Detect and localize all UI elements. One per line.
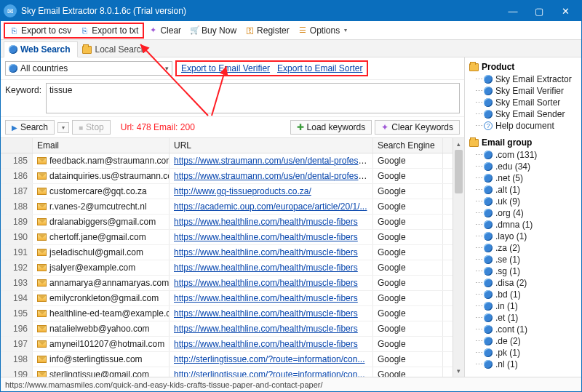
url-link[interactable]: http://sterlingtissue.com/?route=informa… <box>174 369 364 377</box>
url-link[interactable]: https://www.healthline.com/health/muscle… <box>174 278 358 288</box>
plus-icon: ✚ <box>297 122 304 132</box>
globe-icon <box>484 220 493 229</box>
scroll-up-icon[interactable]: ▴ <box>453 138 464 150</box>
url-link[interactable]: https://www.straumann.com/us/en/dental-p… <box>174 156 370 166</box>
tree-connector: ⋯ <box>475 302 481 311</box>
url-link[interactable]: https://academic.oup.com/europace/articl… <box>174 201 367 212</box>
search-dropdown[interactable]: ▾ <box>57 122 69 133</box>
product-item[interactable]: ⋯Sky Email Extractor <box>469 73 580 85</box>
group-label: .se (1) <box>495 255 520 265</box>
country-select[interactable]: All countries ▾ <box>5 61 172 76</box>
column-url[interactable]: URL <box>170 138 373 153</box>
clear-button[interactable]: ✦Clear <box>144 24 186 37</box>
url-link[interactable]: https://www.healthline.com/health/muscle… <box>174 247 358 257</box>
email-group-item[interactable]: ⋯.edu (34) <box>469 161 580 172</box>
scroll-thumb[interactable] <box>455 150 463 193</box>
options-button[interactable]: ☰Options▾ <box>294 24 351 37</box>
tab-local-search[interactable]: Local Search <box>78 42 153 57</box>
url-link[interactable]: https://www.healthline.com/health/muscle… <box>174 339 358 349</box>
product-item[interactable]: ⋯Sky Email Verifier <box>469 85 580 97</box>
email-group-item[interactable]: ⋯.se (1) <box>469 254 580 265</box>
email-group-item[interactable]: ⋯.uk (9) <box>469 196 580 207</box>
url-link[interactable]: http://sterlingtissue.com/?route=informa… <box>174 354 364 364</box>
email-group-item[interactable]: ⋯.bd (1) <box>469 289 580 300</box>
email-group-item[interactable]: ⋯.in (1) <box>469 300 580 312</box>
table-row[interactable]: 189dralanabiggers@gmail.comhttps://www.h… <box>1 215 464 230</box>
table-row[interactable]: 185feedback.nam@straumann.comhttps://www… <box>1 153 464 169</box>
table-row[interactable]: 193annamarya@annamaryas.comhttps://www.h… <box>1 276 464 291</box>
group-label: .com (131) <box>495 150 537 160</box>
email-group-item[interactable]: ⋯.et (1) <box>469 312 580 324</box>
load-keywords-button[interactable]: ✚Load keywords <box>290 120 372 135</box>
url-link[interactable]: https://www.healthline.com/health/muscle… <box>174 217 358 227</box>
stop-button[interactable]: ■Stop <box>72 120 111 135</box>
table-row[interactable]: 192jsalyer@example.comhttps://www.health… <box>1 260 464 276</box>
product-heading: Product <box>469 62 580 72</box>
row-index: 198 <box>1 352 33 367</box>
table-row[interactable]: 187customercare@gqt.co.zahttp://www.gq-t… <box>1 184 464 199</box>
register-button[interactable]: ⚿Register <box>241 24 294 37</box>
url-link[interactable]: https://www.healthline.com/health/muscle… <box>174 263 358 273</box>
export-sorter-link[interactable]: Export to Email Sorter <box>277 63 362 73</box>
keyword-input[interactable]: tissue <box>46 83 460 113</box>
column-email[interactable]: Email <box>33 138 170 153</box>
row-index: 196 <box>1 321 33 336</box>
product-label: Help document <box>495 121 554 131</box>
tree-connector: ⋯ <box>475 87 481 96</box>
close-button[interactable]: ✕ <box>552 1 578 21</box>
tree-connector: ⋯ <box>475 337 481 346</box>
email-group-item[interactable]: ⋯.org (4) <box>469 207 580 219</box>
table-row[interactable]: 199sterlingtissue@gmail.comhttp://sterli… <box>1 367 464 377</box>
table-row[interactable]: 195healthline-ed-team@example.c...https:… <box>1 306 464 321</box>
table-row[interactable]: 190chertoff.jane@gmail.comhttps://www.he… <box>1 230 464 245</box>
column-search-engine[interactable]: Search Engine <box>373 138 443 153</box>
email-group-item[interactable]: ⋯.disa (2) <box>469 277 580 289</box>
email-group-item[interactable]: ⋯.alt (1) <box>469 184 580 196</box>
email-group-item[interactable]: ⋯.pk (1) <box>469 347 580 359</box>
table-row[interactable]: 186datainquiries.us@straumann.comhttps:/… <box>1 169 464 184</box>
product-item[interactable]: ⋯?Help document <box>469 120 580 132</box>
export-verifier-link[interactable]: Export to Email Verifier <box>181 63 270 73</box>
table-row[interactable]: 197amyneil101207@hotmail.comhttps://www.… <box>1 337 464 352</box>
scrollbar[interactable]: ▴ ▾ <box>453 138 464 377</box>
email-group-item[interactable]: ⋯.dmna (1) <box>469 219 580 231</box>
product-item[interactable]: ⋯Sky Email Sorter <box>469 97 580 108</box>
email-group-item[interactable]: ⋯.layo (1) <box>469 231 580 242</box>
email-group-item[interactable]: ⋯.net (5) <box>469 172 580 184</box>
email-group-item[interactable]: ⋯.de (2) <box>469 335 580 347</box>
row-url: https://academic.oup.com/europace/articl… <box>170 199 373 214</box>
clear-keywords-button[interactable]: ✦Clear Keywords <box>375 120 460 135</box>
url-link[interactable]: https://www.straumann.com/us/en/dental-p… <box>174 171 370 181</box>
table-row[interactable]: 188r.vanes-2@umcutrecht.nlhttps://academ… <box>1 199 464 215</box>
table-row[interactable]: 191jseladischul@gmail.comhttps://www.hea… <box>1 245 464 260</box>
product-item[interactable]: ⋯Sky Email Sender <box>469 108 580 120</box>
email-group-item[interactable]: ⋯.nl (1) <box>469 359 580 370</box>
url-link[interactable]: https://www.healthline.com/health/muscle… <box>174 232 358 242</box>
url-link[interactable]: https://www.healthline.com/health/muscle… <box>174 293 358 303</box>
column-index[interactable] <box>1 138 33 153</box>
export-txt-button[interactable]: ⎘Export to txt <box>76 24 143 37</box>
play-icon: ▶ <box>12 124 17 132</box>
row-email: jsalyer@example.com <box>33 260 170 275</box>
url-link[interactable]: https://www.healthline.com/health/muscle… <box>174 308 358 319</box>
url-link[interactable]: https://www.healthline.com/health/muscle… <box>174 324 358 334</box>
email-group-item[interactable]: ⋯.za (2) <box>469 242 580 254</box>
buy-now-button[interactable]: 🛒Buy Now <box>186 24 241 37</box>
mail-icon <box>37 157 47 164</box>
table-row[interactable]: 198info@sterlingtissue.comhttp://sterlin… <box>1 352 464 367</box>
maximize-button[interactable]: ▢ <box>526 1 552 21</box>
group-label: .org (4) <box>495 208 524 218</box>
table-row[interactable]: 196natalielwebb@yahoo.comhttps://www.hea… <box>1 321 464 337</box>
email-group-item[interactable]: ⋯.com (131) <box>469 149 580 161</box>
row-search-engine: Google <box>373 153 443 168</box>
scroll-down-icon[interactable]: ▾ <box>453 365 464 377</box>
table-row[interactable]: 194emilycronkleton@gmail.comhttps://www.… <box>1 291 464 306</box>
url-link[interactable]: http://www.gq-tissueproducts.co.za/ <box>174 186 311 196</box>
export-csv-button[interactable]: ⎘Export to csv <box>5 24 76 37</box>
search-button[interactable]: ▶Search <box>5 120 55 135</box>
email-group-item[interactable]: ⋯.cont (1) <box>469 324 580 335</box>
email-group-item[interactable]: ⋯.sg (1) <box>469 265 580 277</box>
tab-web-search[interactable]: Web Search <box>4 41 78 57</box>
minimize-button[interactable]: — <box>500 1 526 21</box>
globe-icon <box>484 162 493 171</box>
